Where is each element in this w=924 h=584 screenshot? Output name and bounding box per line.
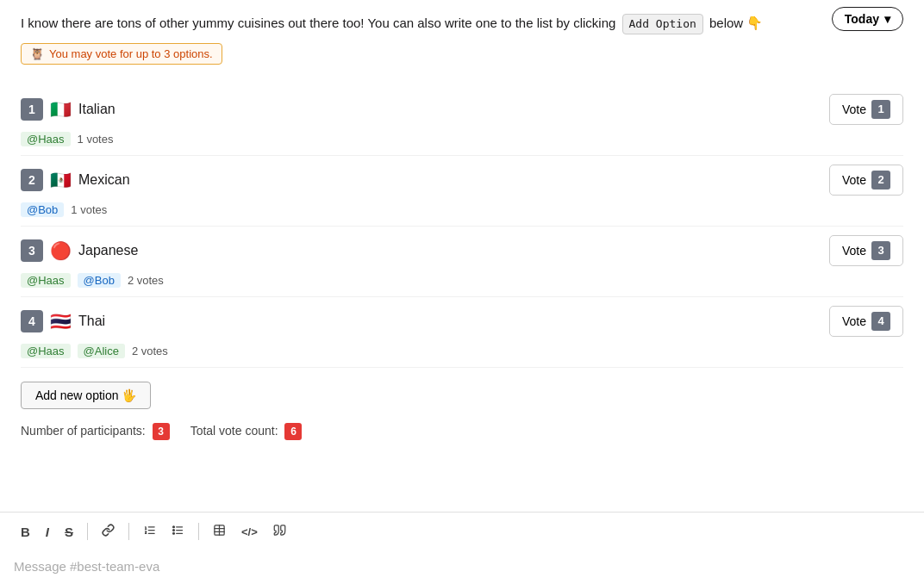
strikethrough-button[interactable]: S: [58, 520, 80, 544]
content-area: Today ▾ I know there are tons of other y…: [0, 0, 924, 512]
pointing-emoji: 👇: [746, 16, 763, 30]
bold-button[interactable]: B: [14, 520, 37, 544]
vote-limit-notice: 🦉 You may vote for up to 3 options.: [21, 43, 222, 65]
vote-count-3: 2 votes: [128, 274, 164, 287]
message-toolbar: B I S </>: [0, 512, 924, 550]
option-flag-4: 🇹🇭: [50, 311, 72, 332]
voters-row-3: @Haas @Bob 2 votes: [21, 273, 903, 288]
option-row-2: 2 🇲🇽 Mexican Vote 2: [21, 165, 903, 196]
vote-num-3: 3: [871, 241, 890, 260]
option-flag-1: 🇮🇹: [50, 99, 72, 120]
participants-count: 3: [153, 423, 170, 440]
votes-count: 6: [284, 423, 302, 440]
option-number-2: 2: [21, 169, 43, 191]
option-row-4: 4 🇹🇭 Thai Vote 4: [21, 306, 903, 337]
code-button[interactable]: </>: [234, 521, 265, 543]
unordered-list-button[interactable]: [165, 519, 191, 544]
today-label: Today: [845, 12, 879, 26]
vote-button-4[interactable]: Vote 4: [829, 306, 903, 337]
vote-limit-text: You may vote for up to 3 options.: [49, 47, 213, 60]
voter-haas-1: @Haas: [21, 132, 71, 146]
quote-button[interactable]: [266, 519, 293, 544]
vote-num-4: 4: [871, 312, 890, 331]
voter-alice-4: @Alice: [78, 344, 125, 358]
header-bar: Today ▾: [832, 7, 903, 31]
toolbar-divider-3: [198, 523, 199, 540]
vote-label-4: Vote: [842, 314, 866, 328]
poll-options: 1 🇮🇹 Italian Vote 1 @Haas 1 votes: [21, 85, 903, 368]
svg-point-7: [173, 530, 175, 531]
option-row-3: 3 🔴 Japanese Vote 3: [21, 235, 903, 266]
vote-num-1: 1: [871, 100, 890, 119]
option-left-4: 4 🇹🇭 Thai: [21, 310, 105, 332]
option-flag-2: 🇲🇽: [50, 170, 72, 190]
option-name-1: Italian: [78, 102, 116, 117]
voter-haas-4: @Haas: [21, 344, 71, 358]
add-new-option-button[interactable]: Add new option 🖐: [21, 382, 151, 409]
option-name-2: Mexican: [78, 172, 130, 188]
vote-label-1: Vote: [842, 103, 866, 116]
voters-row-4: @Haas @Alice 2 votes: [21, 344, 903, 358]
vote-button-2[interactable]: Vote 2: [829, 165, 903, 196]
participants-label: Number of participants: 3: [21, 423, 170, 440]
ordered-list-button[interactable]: [136, 519, 163, 544]
poll-option-3: 3 🔴 Japanese Vote 3 @Haas @Bob 2 votes: [21, 227, 903, 297]
option-number-3: 3: [21, 239, 43, 262]
option-left-3: 3 🔴 Japanese: [21, 239, 138, 262]
intro-below-text: below: [709, 16, 743, 30]
voter-haas-3: @Haas: [21, 273, 71, 288]
option-number-1: 1: [21, 98, 43, 121]
svg-point-8: [173, 532, 175, 534]
owl-emoji: 🦉: [30, 47, 44, 60]
vote-count-1: 1 votes: [78, 133, 114, 146]
option-left-1: 1 🇮🇹 Italian: [21, 98, 116, 121]
poll-option-4: 4 🇹🇭 Thai Vote 4 @Haas @Alice 2 votes: [21, 297, 903, 368]
poll-option-1: 1 🇮🇹 Italian Vote 1 @Haas 1 votes: [21, 85, 903, 156]
italic-button[interactable]: I: [39, 520, 56, 544]
toolbar-divider-2: [128, 523, 129, 540]
vote-count-4: 2 votes: [132, 345, 168, 357]
intro-text-part1: I know there are tons of other yummy cui…: [21, 16, 615, 30]
option-number-4: 4: [21, 310, 43, 332]
vote-button-1[interactable]: Vote 1: [829, 94, 903, 125]
option-left-2: 2 🇲🇽 Mexican: [21, 169, 130, 191]
message-placeholder: Message #best-team-eva: [14, 559, 159, 574]
voter-bob-3: @Bob: [78, 273, 121, 288]
vote-count-2: 1 votes: [71, 203, 107, 216]
voters-row-1: @Haas 1 votes: [21, 132, 903, 146]
vote-num-2: 2: [871, 171, 890, 189]
stats-row: Number of participants: 3 Total vote cou…: [21, 423, 903, 440]
add-option-inline-label: Add Option: [622, 14, 703, 34]
vote-label-3: Vote: [842, 244, 866, 258]
voter-bob-2: @Bob: [21, 202, 64, 217]
chevron-down-icon: ▾: [884, 12, 890, 26]
poll-option-2: 2 🇲🇽 Mexican Vote 2 @Bob 1 votes: [21, 156, 903, 227]
option-name-4: Thai: [78, 314, 105, 329]
votes-label: Total vote count: 6: [190, 423, 303, 440]
option-flag-3: 🔴: [50, 240, 72, 261]
today-button[interactable]: Today ▾: [832, 7, 903, 31]
option-row-1: 1 🇮🇹 Italian Vote 1: [21, 94, 903, 125]
option-name-3: Japanese: [78, 243, 138, 258]
add-new-option-label: Add new option: [35, 388, 119, 402]
vote-label-2: Vote: [842, 173, 866, 187]
toolbar-divider-1: [87, 523, 88, 540]
svg-point-6: [173, 526, 175, 528]
cursor-icon: 🖐: [122, 388, 136, 402]
voters-row-2: @Bob 1 votes: [21, 202, 903, 217]
vote-button-3[interactable]: Vote 3: [829, 235, 903, 266]
main-container: Today ▾ I know there are tons of other y…: [0, 0, 924, 584]
message-input-area[interactable]: Message #best-team-eva: [0, 550, 924, 584]
table-button[interactable]: [206, 519, 233, 544]
link-button[interactable]: [95, 519, 122, 544]
intro-text: I know there are tons of other yummy cui…: [21, 14, 903, 34]
